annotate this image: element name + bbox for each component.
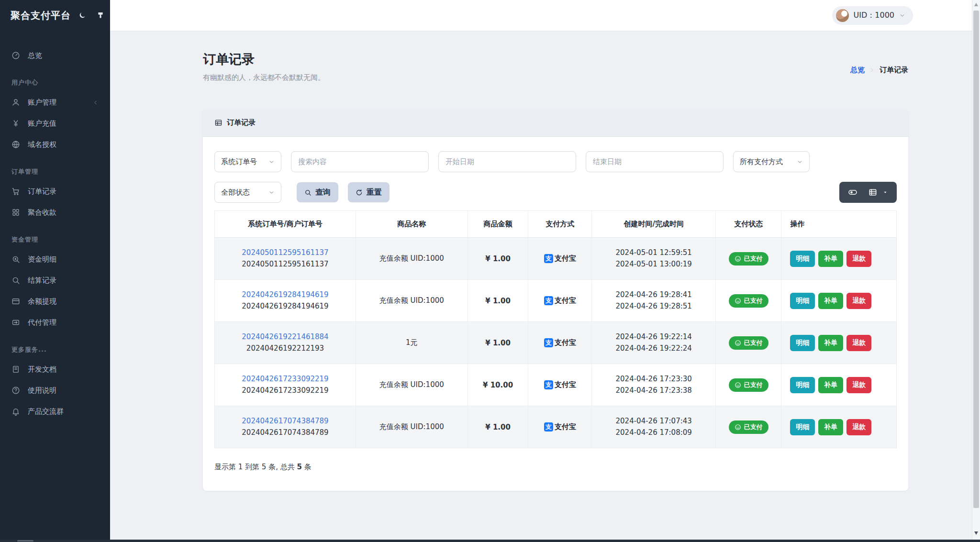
bell-icon — [11, 407, 20, 416]
col-header-actions: 操作 — [781, 211, 897, 238]
vertical-scrollbar[interactable] — [972, 0, 980, 540]
product-name: 充值余额 UID:1000 — [356, 364, 468, 406]
pay-method: 支付宝 — [555, 380, 576, 389]
order-amount: ¥ 1.00 — [468, 322, 528, 364]
reorder-button[interactable]: 补单 — [818, 419, 843, 435]
dark-mode-moon-icon[interactable] — [78, 11, 86, 19]
grid-icon — [11, 208, 20, 217]
status-badge: 已支付 — [729, 252, 768, 265]
sidebar-item-product-group[interactable]: 产品交流群 — [0, 401, 110, 422]
transfer-icon — [11, 318, 20, 327]
completed-time: 2024-04-26 19:28:51 — [597, 301, 711, 312]
pay-method-select[interactable]: 所有支付方式 — [733, 151, 810, 172]
alipay-icon: 支 — [544, 254, 553, 263]
created-time: 2024-04-26 19:28:41 — [597, 289, 711, 300]
col-header-time: 创建时间/完成时间 — [591, 211, 715, 238]
scroll-up-arrow[interactable] — [974, 3, 978, 6]
page-title: 订单记录 — [203, 51, 325, 68]
order-type-select[interactable]: 系统订单号 — [214, 151, 281, 172]
sidebar-item-order-records[interactable]: 订单记录 — [0, 181, 110, 202]
sidebar-item-aggregate-collection[interactable]: 聚合收款 — [0, 202, 110, 223]
refund-button[interactable]: 退款 — [846, 251, 871, 267]
reorder-button[interactable]: 补单 — [818, 377, 843, 393]
col-header-amount: 商品金额 — [468, 211, 528, 238]
search-input[interactable] — [291, 151, 429, 172]
query-button[interactable]: 查询 — [297, 182, 338, 202]
system-order-link[interactable]: 2024042619221461884 — [220, 332, 351, 343]
brand-title[interactable]: 聚合支付平台 — [11, 9, 71, 22]
system-order-link[interactable]: 2024042617233092219 — [220, 374, 351, 385]
sidebar-section-more-services: 更多服务... — [0, 333, 110, 359]
refund-button[interactable]: 退款 — [846, 377, 871, 393]
system-order-link[interactable]: 2024042617074384789 — [220, 416, 351, 427]
end-date-input[interactable] — [586, 151, 724, 172]
scroll-down-arrow[interactable] — [974, 531, 978, 535]
product-name: 充值余额 UID:1000 — [356, 280, 468, 322]
card-title: 订单记录 — [227, 118, 256, 127]
reorder-button[interactable]: 补单 — [818, 335, 843, 351]
sidebar-item-domain-authorization[interactable]: 域名授权 — [0, 134, 110, 155]
refund-button[interactable]: 退款 — [846, 293, 871, 309]
completed-time: 2024-04-26 19:22:24 — [597, 343, 711, 354]
reorder-button[interactable]: 补单 — [818, 293, 843, 309]
sidebar-item-balance-withdrawal[interactable]: 余额提现 — [0, 291, 110, 312]
detail-button[interactable]: 明细 — [790, 419, 815, 435]
alipay-icon: 支 — [544, 422, 553, 431]
start-date-input[interactable] — [438, 151, 576, 172]
detail-button[interactable]: 明细 — [790, 293, 815, 309]
completed-time: 2024-04-26 17:08:09 — [597, 427, 711, 438]
detail-button[interactable]: 明细 — [790, 335, 815, 351]
sidebar-nav: 总览 用户中心 账户管理 账户充值 域名授权 订单管理 订单记录 聚合收款 资金… — [0, 31, 110, 422]
toggle-icon[interactable] — [848, 188, 858, 197]
sidebar-item-usage-guide[interactable]: 使用说明 — [0, 380, 110, 401]
alipay-icon: 支 — [544, 338, 553, 347]
theme-brush-icon[interactable] — [97, 11, 104, 19]
reset-button[interactable]: 重置 — [348, 182, 390, 202]
created-time: 2024-04-26 17:07:43 — [597, 416, 711, 427]
sidebar-item-fund-details[interactable]: 资金明细 — [0, 249, 110, 270]
sidebar-item-account-recharge[interactable]: 账户充值 — [0, 113, 110, 134]
refund-button[interactable]: 退款 — [846, 419, 871, 435]
detail-button[interactable]: 明细 — [790, 377, 815, 393]
sidebar: 聚合支付平台 总览 用户中心 账户管理 账户充值 域名授权 订单管理 订单记录 — [0, 0, 110, 542]
col-header-status: 支付状态 — [716, 211, 781, 238]
system-order-link[interactable]: 2024050112595161137 — [220, 247, 351, 258]
table-row: 20240426192841946192024042619284194619 充… — [215, 280, 897, 322]
sidebar-item-overview[interactable]: 总览 — [0, 45, 110, 66]
sidebar-item-label: 总览 — [28, 51, 42, 60]
vertical-scrollbar-thumb[interactable] — [973, 11, 979, 508]
detail-button[interactable]: 明细 — [790, 251, 815, 267]
avatar — [836, 9, 849, 22]
col-header-method: 支付方式 — [528, 211, 592, 238]
caret-down-icon[interactable] — [882, 189, 888, 195]
sidebar-item-account-management[interactable]: 账户管理 — [0, 92, 110, 113]
sidebar-item-settlement-records[interactable]: 结算记录 — [0, 270, 110, 291]
sidebar-item-dev-docs[interactable]: 开发文档 — [0, 359, 110, 380]
topbar: UID：1000 — [110, 0, 980, 31]
credit-card-icon — [11, 297, 20, 306]
system-order-link[interactable]: 2024042619284194619 — [220, 289, 351, 300]
chevron-down-icon — [268, 189, 275, 196]
columns-icon[interactable] — [868, 188, 878, 197]
product-name: 充值余额 UID:1000 — [356, 238, 468, 280]
yen-icon — [11, 119, 20, 128]
user-icon — [11, 98, 20, 107]
order-amount: ¥ 1.00 — [468, 406, 528, 448]
cart-icon — [11, 187, 20, 196]
sidebar-item-payout-management[interactable]: 代付管理 — [0, 312, 110, 333]
horizontal-scrollbar[interactable] — [0, 540, 980, 542]
col-header-order-no: 系统订单号/商户订单号 — [215, 211, 356, 238]
pay-method: 支付宝 — [555, 296, 576, 305]
user-menu-button[interactable]: UID：1000 — [832, 6, 913, 25]
table-row: 20240426170743847892024042617074384789 充… — [215, 406, 897, 448]
horizontal-scrollbar-thumb[interactable] — [17, 540, 33, 542]
smiley-icon — [735, 382, 741, 388]
breadcrumb-current: 订单记录 — [880, 66, 908, 75]
breadcrumb-home-link[interactable]: 总览 — [850, 66, 865, 75]
status-badge: 已支付 — [729, 336, 768, 350]
page-subtitle: 有幽默感的人，永远都不会默默无闻。 — [203, 73, 325, 82]
status-select[interactable]: 全部状态 — [214, 182, 281, 203]
gauge-icon — [11, 51, 20, 60]
reorder-button[interactable]: 补单 — [818, 251, 843, 267]
refund-button[interactable]: 退款 — [846, 335, 871, 351]
